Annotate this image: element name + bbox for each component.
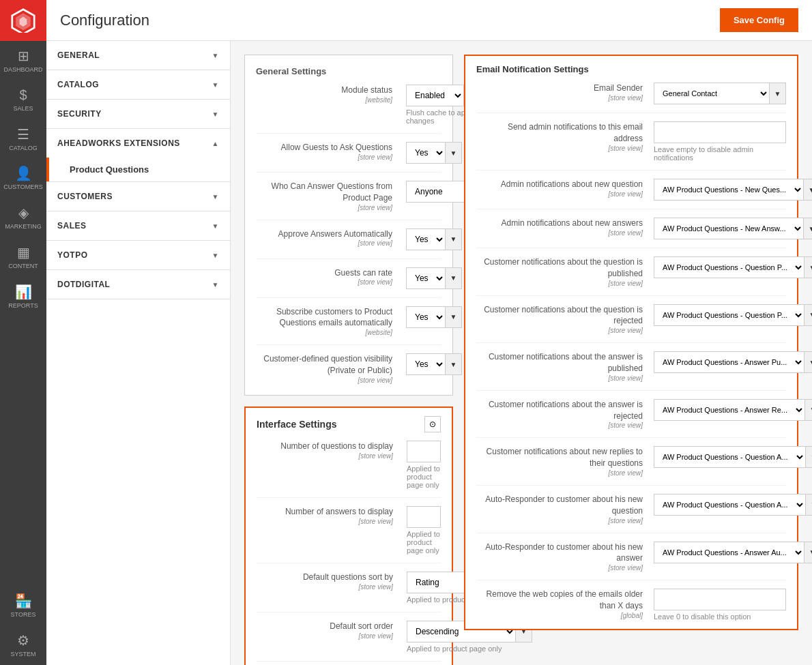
customer-question-rejected-select-wrap: AW Product Questions - Question P... ▼ [654,304,812,326]
sidebar-item-marketing[interactable]: ◈ MARKETING [0,198,46,237]
sidebar-item-label: CUSTOMERS [3,183,42,191]
allow-guests-dropdown-btn[interactable]: ▼ [446,142,462,164]
customer-question-published-dropdown-btn[interactable]: ▼ [804,256,812,278]
autoresponder-answer-select[interactable]: AW Product Questions - Answer Au... [654,542,804,563]
approve-answers-dropdown-btn[interactable]: ▼ [446,228,462,250]
approve-answers-select[interactable]: Yes No [406,228,446,250]
form-row-approve-answers: Approve Answers Automatically [store vie… [256,228,441,259]
admin-email-input[interactable] [654,121,786,143]
form-row-default-sort-order: Default sort order [store view] Descendi… [257,621,441,662]
left-nav: GENERAL ▼ CATALOG ▼ SECURITY ▼ [46,41,231,665]
customer-answer-published-dropdown-btn[interactable]: ▼ [804,351,812,373]
customer-new-replies-control: AW Product Questions - Question A... ▼ [654,446,812,468]
autoresponder-question-dropdown-btn[interactable]: ▼ [806,494,812,516]
customer-question-rejected-control: AW Product Questions - Question P... ▼ [654,304,812,326]
stores-icon: 🏪 [15,593,32,609]
customer-visibility-select-wrap: Yes No ▼ [406,353,462,375]
email-form-row-customer-answer-published: Customer notifications about the answer … [476,351,786,391]
allow-guests-select[interactable]: Yes No [406,142,446,164]
customer-answer-rejected-dropdown-btn[interactable]: ▼ [805,399,812,421]
form-row-subscribe-customers: Subscribe customers to Product Questions… [256,306,441,346]
who-can-answer-label: Who Can Answer Questions from Product Pa… [256,181,406,211]
customer-question-published-select[interactable]: AW Product Questions - Question P... [654,256,804,278]
autoresponder-answer-dropdown-btn[interactable]: ▼ [804,542,812,563]
sidebar-item-catalog[interactable]: ☰ CATALOG [0,119,46,159]
answers-display-hint: Applied to product page only [407,530,441,555]
admin-new-question-label: Admin notifications about new question [… [476,179,654,198]
admin-new-answers-control: AW Product Questions - New Answ... ▼ [654,218,812,239]
email-form-row-remove-web-copies: Remove the web copies of the emails olde… [476,589,786,621]
email-sender-control: General Contact ▼ [654,83,786,104]
email-form-row-customer-question-rejected: Customer notifications about the questio… [476,304,786,344]
autoresponder-question-select[interactable]: AW Product Questions - Question A... [654,494,806,516]
form-row-default-sort: Default questions sort by [store view] R… [257,572,441,612]
sidebar: ⊞ DASHBOARD $ SALES ☰ CATALOG 👤 CUSTOMER… [0,0,46,665]
nav-section-catalog-header[interactable]: CATALOG ▼ [46,70,230,99]
admin-new-answers-select[interactable]: AW Product Questions - New Answ... [654,218,804,239]
admin-new-question-select[interactable]: AW Product Questions - New Ques... [654,179,804,201]
guests-rate-dropdown-btn[interactable]: ▼ [446,267,462,289]
nav-section-security-header[interactable]: SECURITY ▼ [46,100,230,128]
nav-section-general: GENERAL ▼ [46,41,230,70]
sidebar-item-sales[interactable]: $ SALES [0,80,46,119]
questions-display-label: Number of questions to display [store vi… [257,441,407,460]
customer-new-replies-dropdown-btn[interactable]: ▼ [806,446,812,468]
email-form-row-autoresponder-question: Auto-Responder to customer about his new… [476,494,786,533]
guests-rate-label: Guests can rate [store view] [256,267,406,286]
sidebar-logo[interactable] [0,0,46,41]
subscribe-customers-select[interactable]: Yes No [406,306,446,328]
admin-new-question-dropdown-btn[interactable]: ▼ [804,179,812,201]
subscribe-customers-dropdown-btn[interactable]: ▼ [446,306,462,328]
default-sort-order-label: Default sort order [store view] [257,621,407,640]
sidebar-item-label: MARKETING [5,223,42,231]
email-sender-dropdown-btn[interactable]: ▼ [770,83,786,104]
customer-new-replies-select[interactable]: AW Product Questions - Question A... [654,446,806,468]
customer-answer-published-select[interactable]: AW Product Questions - Answer Pu... [654,351,804,373]
module-status-select[interactable]: Enabled Disabled [406,85,464,106]
save-config-button[interactable]: Save Config [720,8,798,32]
nav-sub-item-product-questions[interactable]: Product Questions [46,158,230,181]
sidebar-item-label: SALES [13,105,33,113]
customer-visibility-dropdown-btn[interactable]: ▼ [446,353,462,375]
sidebar-item-label: CATALOG [9,145,38,152]
sales-icon: $ [19,87,27,103]
form-row-customer-visibility: Customer-defined question visibility (Pr… [256,353,441,384]
nav-section-yotpo: YOTPO ▼ [46,241,230,270]
system-icon: ⚙ [17,632,29,649]
nav-section-yotpo-header[interactable]: YOTPO ▼ [46,241,230,269]
customer-question-rejected-select[interactable]: AW Product Questions - Question P... [654,304,804,326]
guests-rate-select[interactable]: Yes No [406,267,446,289]
sidebar-item-customers[interactable]: 👤 CUSTOMERS [0,158,46,198]
remove-web-copies-input[interactable]: 0 [654,589,786,610]
sidebar-item-system[interactable]: ⚙ SYSTEM [0,625,46,665]
nav-section-aheadworks-header[interactable]: AHEADWORKS EXTENSIONS ▲ [46,129,230,158]
interface-settings-header: Interface Settings ⊙ [246,408,452,441]
customer-answer-rejected-select[interactable]: AW Product Questions - Answer Re... [654,399,805,421]
general-settings-body: General Settings Module status [website] [245,55,452,395]
nav-section-customers-header[interactable]: CUSTOMERS ▼ [46,182,230,211]
customer-new-replies-label: Customer notifications about new replies… [476,446,654,477]
customer-question-published-label: Customer notifications about the questio… [476,256,654,287]
sidebar-item-dashboard[interactable]: ⊞ DASHBOARD [0,41,46,80]
sidebar-item-stores[interactable]: 🏪 STORES [0,586,46,625]
remove-web-copies-hint: Leave 0 to disable this option [654,612,786,621]
nav-section-sales-header[interactable]: SALES ▼ [46,211,230,240]
answers-display-input[interactable]: 5 [407,506,441,528]
allow-guests-control: Yes No ▼ [406,142,462,164]
questions-display-input[interactable]: 5 [407,441,441,462]
sidebar-item-reports[interactable]: 📊 REPORTS [0,277,46,316]
customer-visibility-select[interactable]: Yes No [406,353,446,375]
sidebar-item-content[interactable]: ▦ CONTENT [0,237,46,277]
email-sender-select[interactable]: General Contact [654,83,770,104]
admin-new-question-select-wrap: AW Product Questions - New Ques... ▼ [654,179,812,201]
autoresponder-question-label: Auto-Responder to customer about his new… [476,494,654,524]
remove-web-copies-control: 0 Leave 0 to disable this option [654,589,786,621]
customer-new-replies-select-wrap: AW Product Questions - Question A... ▼ [654,446,812,468]
nav-section-dotdigital-header[interactable]: DOTDIGITAL ▼ [46,270,230,299]
chevron-down-icon: ▼ [212,52,219,59]
nav-section-general-header[interactable]: GENERAL ▼ [46,41,230,70]
customer-question-rejected-dropdown-btn[interactable]: ▼ [804,304,812,326]
answers-display-label: Number of answers to display [store view… [257,506,407,525]
interface-collapse-button[interactable]: ⊙ [424,416,441,432]
admin-new-answers-dropdown-btn[interactable]: ▼ [804,218,812,239]
